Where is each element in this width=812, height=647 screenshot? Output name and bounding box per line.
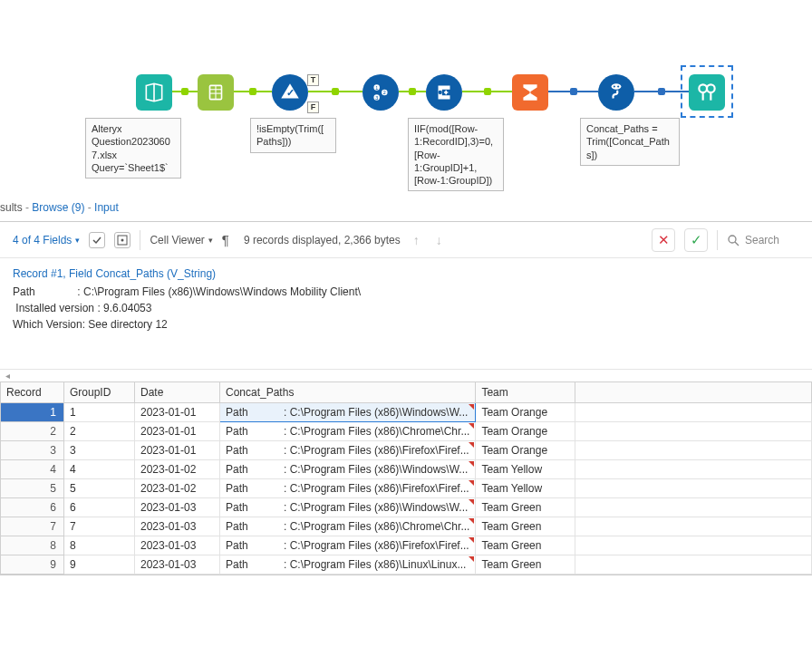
connector-handle[interactable] bbox=[181, 88, 188, 95]
truncation-corner-icon bbox=[469, 480, 474, 486]
svg-text:2: 2 bbox=[383, 90, 386, 95]
col-header-team[interactable]: Team bbox=[476, 382, 575, 403]
tool-record-id[interactable]: 123 bbox=[362, 74, 399, 111]
filter-false-anchor: F bbox=[307, 101, 319, 113]
truncation-corner-icon bbox=[469, 404, 474, 410]
tool-annotation[interactable]: Alteryx Question20230607.xlsx Query=`She… bbox=[85, 118, 181, 179]
truncation-corner-icon bbox=[469, 518, 474, 524]
table-row[interactable]: 772023-01-03Path: C:\Program Files (x86)… bbox=[1, 517, 812, 536]
tool-multi-row-formula[interactable] bbox=[426, 74, 462, 111]
row-number[interactable]: 8 bbox=[1, 536, 64, 555]
close-cell-button[interactable]: ✕ bbox=[652, 228, 675, 252]
col-header-record[interactable]: Record bbox=[1, 382, 64, 403]
selection-frame bbox=[681, 65, 733, 118]
truncation-corner-icon bbox=[469, 442, 474, 448]
cell-detail: Record #1, Field Concat_Paths (V_String)… bbox=[0, 258, 812, 369]
results-tabstrip: sults - Browse (9) - Input bbox=[0, 198, 812, 221]
connector-handle[interactable] bbox=[409, 88, 416, 95]
truncation-corner-icon bbox=[469, 556, 474, 562]
svg-text:1: 1 bbox=[375, 85, 378, 91]
tool-select[interactable] bbox=[198, 74, 234, 111]
row-number[interactable]: 9 bbox=[1, 555, 64, 575]
results-panel: 4 of 4 Fields ▾ Cell Viewer ▾ ¶ 9 record… bbox=[0, 221, 812, 575]
connector-handle[interactable] bbox=[332, 88, 339, 95]
table-row[interactable]: 662023-01-03Path: C:\Program Files (x86)… bbox=[1, 498, 812, 517]
next-record-button[interactable]: ↓ bbox=[432, 233, 446, 247]
tool-filter[interactable]: ✓ bbox=[272, 74, 308, 111]
table-row[interactable]: 442023-01-02Path: C:\Program Files (x86)… bbox=[1, 460, 812, 479]
row-number[interactable]: 4 bbox=[1, 460, 64, 479]
table-row[interactable]: 332023-01-01Path: C:\Program Files (x86)… bbox=[1, 441, 812, 460]
horizontal-scroll[interactable]: ◂ bbox=[0, 369, 812, 381]
table-row[interactable]: 222023-01-01Path: C:\Program Files (x86)… bbox=[1, 422, 812, 441]
cell-viewer-dropdown[interactable]: Cell Viewer ▾ bbox=[150, 234, 212, 246]
svg-text:3: 3 bbox=[375, 95, 378, 101]
fields-dropdown[interactable]: 4 of 4 Fields ▾ bbox=[13, 234, 80, 246]
table-row[interactable]: 992023-01-03Path: C:\Program Files (x86)… bbox=[1, 555, 812, 575]
workflow-canvas[interactable]: ✓123 Alteryx Question20230607.xlsx Query… bbox=[0, 0, 812, 198]
browse-anchor[interactable]: Browse (9) bbox=[32, 201, 84, 214]
search-input[interactable]: Search bbox=[727, 234, 799, 246]
search-icon bbox=[727, 234, 740, 246]
connector-handle[interactable] bbox=[570, 88, 577, 95]
record-count: 9 records displayed, 2,366 bytes bbox=[244, 234, 401, 246]
svg-point-22 bbox=[121, 238, 124, 241]
results-tab[interactable]: sults bbox=[0, 201, 23, 214]
row-number[interactable]: 6 bbox=[1, 498, 64, 517]
tool-input-data[interactable] bbox=[136, 74, 172, 111]
row-number[interactable]: 2 bbox=[1, 422, 64, 441]
table-row[interactable]: 882023-01-03Path: C:\Program Files (x86)… bbox=[1, 536, 812, 555]
row-number[interactable]: 5 bbox=[1, 479, 64, 498]
row-number[interactable]: 7 bbox=[1, 517, 64, 536]
svg-text:✓: ✓ bbox=[286, 87, 295, 98]
col-header-groupid[interactable]: GroupID bbox=[64, 382, 135, 403]
results-table[interactable]: Record GroupID Date Concat_Paths Team 11… bbox=[0, 381, 812, 575]
table-row[interactable]: 112023-01-01Path: C:\Program Files (x86)… bbox=[1, 403, 812, 422]
results-toolbar: 4 of 4 Fields ▾ Cell Viewer ▾ ¶ 9 record… bbox=[0, 222, 812, 258]
whitespace-toggle-icon[interactable]: ¶ bbox=[222, 232, 229, 247]
svg-point-15 bbox=[617, 85, 619, 87]
svg-point-12 bbox=[439, 91, 442, 94]
connector-handle[interactable] bbox=[249, 88, 256, 95]
check-fields-icon[interactable] bbox=[89, 232, 105, 248]
metadata-toggle-icon[interactable] bbox=[114, 232, 130, 248]
svg-point-14 bbox=[614, 85, 615, 87]
connector-handle[interactable] bbox=[658, 88, 665, 95]
tool-summarize[interactable] bbox=[512, 74, 548, 111]
tool-annotation[interactable]: IIF(mod([Row-1:RecordID],3)=0,[Row-1:Gro… bbox=[408, 118, 504, 191]
truncation-corner-icon bbox=[469, 537, 474, 543]
col-header-date[interactable]: Date bbox=[135, 382, 220, 403]
svg-line-24 bbox=[735, 242, 739, 246]
tool-annotation[interactable]: !isEmpty(Trim([Paths])) bbox=[250, 118, 336, 153]
apply-cell-button[interactable]: ✓ bbox=[684, 228, 708, 252]
filter-true-anchor: T bbox=[307, 74, 319, 86]
svg-point-23 bbox=[729, 236, 736, 243]
tool-formula[interactable] bbox=[598, 74, 634, 111]
table-row[interactable]: 552023-01-02Path: C:\Program Files (x86)… bbox=[1, 479, 812, 498]
truncation-corner-icon bbox=[469, 423, 474, 429]
col-header-concat[interactable]: Concat_Paths bbox=[220, 382, 476, 403]
prev-record-button[interactable]: ↑ bbox=[410, 233, 423, 247]
input-anchor[interactable]: Input bbox=[94, 201, 119, 214]
tool-annotation[interactable]: Concat_Paths = Trim([Concat_Paths]) bbox=[580, 118, 680, 166]
cell-detail-header: Record #1, Field Concat_Paths (V_String) bbox=[13, 267, 799, 280]
svg-point-13 bbox=[612, 83, 622, 90]
row-number[interactable]: 3 bbox=[1, 441, 64, 460]
connector-handle[interactable] bbox=[484, 88, 491, 95]
row-number[interactable]: 1 bbox=[1, 403, 64, 422]
truncation-corner-icon bbox=[469, 499, 474, 505]
truncation-corner-icon bbox=[469, 461, 474, 467]
